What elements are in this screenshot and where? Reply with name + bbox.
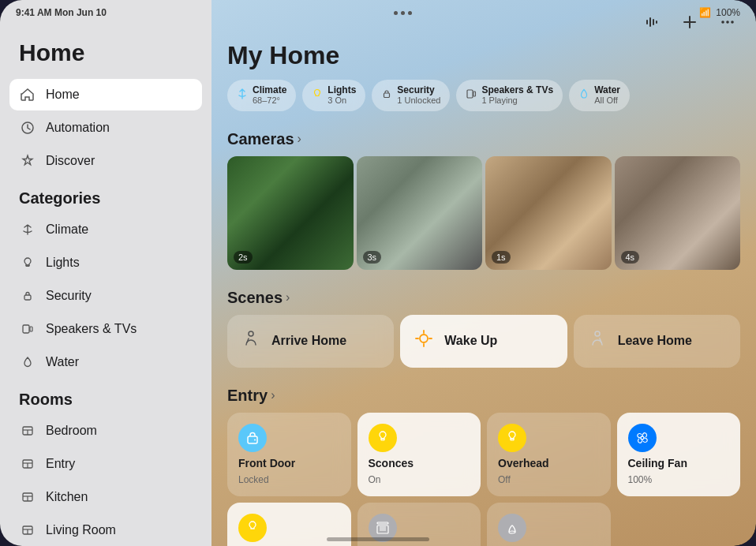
sidebar-item-climate[interactable]: Climate	[9, 214, 202, 245]
device-top-front-door	[238, 424, 340, 452]
cameras-chevron: ›	[298, 132, 301, 146]
device-name-ceiling-fan: Ceiling Fan	[628, 457, 730, 469]
sidebar-item-water[interactable]: Water	[9, 346, 202, 378]
sidebar-item-security[interactable]: Security	[9, 280, 202, 312]
svg-point-39	[254, 439, 256, 440]
chip-value-water: All Off	[594, 95, 620, 106]
entry-title: Entry	[227, 387, 268, 405]
rooms-nav: Bedroom Entry Kitchen Living Room	[0, 415, 211, 546]
status-chip-lights[interactable]: Lights 3 On	[302, 80, 365, 111]
room-label-living: Living Room	[46, 523, 116, 537]
svg-line-37	[600, 338, 601, 342]
sidebar-item-kitchen[interactable]: Kitchen	[9, 481, 202, 513]
cat-icon-speakers	[19, 320, 36, 338]
svg-rect-28	[473, 92, 476, 96]
sidebar-title: Home	[0, 39, 211, 79]
sidebar-item-entry[interactable]: Entry	[9, 448, 202, 480]
svg-point-36	[595, 331, 600, 336]
entry-section-header[interactable]: Entry ›	[211, 380, 756, 413]
scenes-section-header[interactable]: Scenes ›	[211, 282, 756, 315]
camera-4-badge: 4s	[621, 251, 640, 264]
sidebar-item-bedroom[interactable]: Bedroom	[9, 415, 202, 447]
device-overhead[interactable]: Overhead Off	[487, 413, 611, 496]
categories-section-title: Categories	[0, 177, 211, 214]
chip-value-speakers: 1 Playing	[481, 95, 553, 106]
status-time: 9:41 AM Mon Jun 10	[16, 7, 107, 18]
status-chip-speakers[interactable]: Speakers & TVs 1 Playing	[456, 80, 563, 111]
device-front-door[interactable]: Front Door Locked	[227, 413, 351, 496]
status-chip-climate[interactable]: Climate 68–72°	[227, 80, 296, 111]
sidebar-item-lights[interactable]: Lights	[9, 247, 202, 279]
room-label-entry: Entry	[46, 457, 75, 471]
chip-label-security: Security	[397, 84, 440, 95]
room-icon-living	[19, 522, 36, 539]
device-ceiling-fan[interactable]: Ceiling Fan 100%	[617, 413, 741, 496]
chip-label-climate: Climate	[253, 84, 286, 95]
device-icon-ceiling-fan	[628, 424, 657, 452]
device-icon-overhead	[498, 424, 526, 452]
camera-3[interactable]: 1s	[485, 156, 612, 270]
chip-icon-security	[381, 88, 392, 102]
chip-label-water: Water	[594, 84, 620, 95]
device-icon-homepod	[498, 514, 526, 542]
devices-grid: Front Door Locked Sconces On Overhead Of…	[211, 413, 756, 546]
svg-point-48	[509, 531, 515, 533]
scene-leave-home[interactable]: Leave Home	[574, 315, 740, 368]
device-homepod[interactable]: HomePod Not Playing	[487, 503, 611, 546]
cameras-section-header[interactable]: Cameras ›	[211, 124, 756, 156]
status-chip-water[interactable]: Water All Off	[569, 80, 630, 111]
cat-icon-lights	[19, 254, 36, 271]
device-icon-pendant	[238, 514, 267, 542]
scene-icon-leave-home	[586, 327, 608, 355]
sidebar-item-automation[interactable]: Automation	[9, 112, 202, 144]
svg-point-42	[641, 436, 644, 439]
chip-text-speakers: Speakers & TVs 1 Playing	[481, 84, 553, 107]
sidebar-item-discover[interactable]: Discover	[9, 145, 202, 177]
sidebar-item-living[interactable]: Living Room	[9, 514, 202, 546]
svg-point-29	[249, 331, 253, 336]
chip-label-speakers: Speakers & TVs	[481, 84, 553, 95]
scene-icon-wake-up	[413, 327, 435, 355]
scene-arrive-home[interactable]: Arrive Home	[227, 315, 394, 368]
device-top-sconces	[369, 424, 470, 452]
chip-value-security: 1 Unlocked	[397, 95, 440, 106]
wifi-icon: 📶	[699, 7, 711, 18]
svg-rect-40	[381, 439, 384, 440]
nav-label-automation: Automation	[46, 121, 110, 135]
svg-point-31	[420, 335, 428, 342]
chip-icon-speakers	[466, 88, 477, 102]
rooms-section-title: Rooms	[0, 378, 211, 415]
main-content: My Home Climate 68–72° Lights 3 On Secur…	[211, 0, 756, 546]
status-chip-security[interactable]: Security 1 Unlocked	[372, 80, 450, 111]
camera-4[interactable]: 4s	[615, 156, 741, 270]
device-sconces[interactable]: Sconces On	[357, 413, 481, 496]
sidebar-item-home[interactable]: Home	[9, 79, 202, 110]
device-top-pendant	[238, 514, 340, 542]
svg-rect-38	[248, 436, 257, 443]
scene-wake-up[interactable]: Wake Up	[400, 315, 567, 368]
camera-2[interactable]: 3s	[357, 156, 483, 270]
sidebar-item-speakers[interactable]: Speakers & TVs	[9, 313, 202, 345]
chip-text-security: Security 1 Unlocked	[397, 84, 440, 107]
entry-chevron: ›	[271, 388, 275, 402]
device-icon-sconces	[369, 424, 397, 452]
cameras-title: Cameras	[227, 130, 294, 148]
device-top-homepod	[498, 514, 600, 542]
categories-nav: Climate Lights Security Speakers & TVs W…	[0, 214, 211, 378]
status-dots	[394, 11, 412, 15]
svg-rect-41	[511, 439, 514, 440]
svg-rect-26	[384, 93, 390, 98]
cat-label-security: Security	[46, 289, 92, 303]
cat-label-lights: Lights	[46, 256, 80, 270]
device-name-sconces: Sconces	[369, 457, 470, 469]
cat-icon-security	[19, 287, 36, 305]
room-label-bedroom: Bedroom	[46, 424, 97, 438]
cat-icon-water	[19, 353, 36, 371]
cat-label-climate: Climate	[46, 223, 88, 237]
camera-1[interactable]: 2s	[227, 156, 354, 270]
chip-text-climate: Climate 68–72°	[253, 84, 286, 107]
status-bar: 9:41 AM Mon Jun 10 📶 100%	[0, 0, 756, 25]
svg-rect-43	[377, 522, 388, 524]
device-status-sconces: On	[369, 474, 470, 485]
chip-value-climate: 68–72°	[253, 95, 286, 106]
